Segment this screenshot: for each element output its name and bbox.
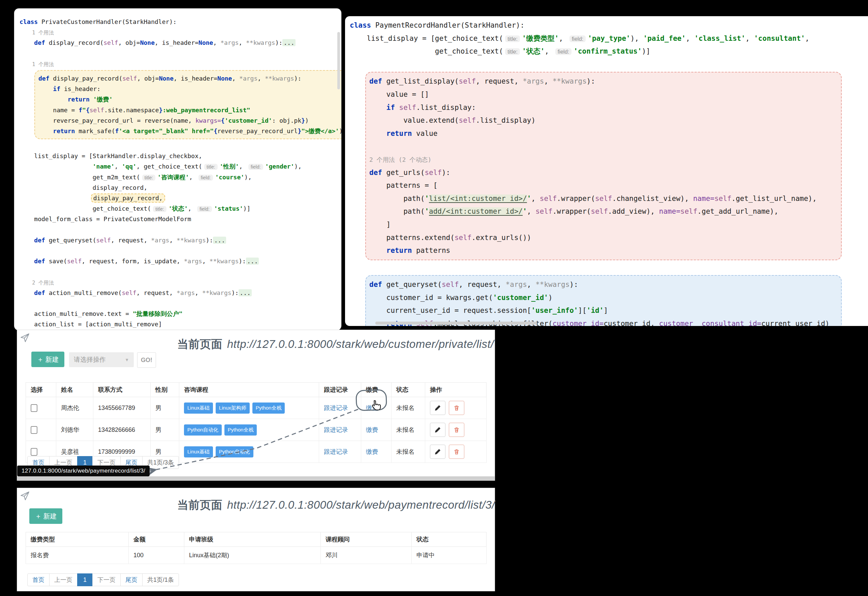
go-button[interactable]: GO! — [137, 352, 156, 368]
code-token: current_user_id) — [761, 319, 829, 326]
action-select-value: 请选择操作 — [74, 355, 106, 364]
code-token — [19, 237, 34, 244]
edit-button[interactable] — [430, 401, 446, 415]
row-checkbox[interactable] — [31, 448, 37, 456]
code-token: None — [217, 75, 232, 82]
page-button-active[interactable]: 1 — [77, 574, 93, 586]
code-line: list_display = [get_choice_text(title:'缴… — [350, 32, 868, 45]
scrollbar-thumb[interactable] — [337, 32, 340, 89]
code-token: model_form_class = PrivateCustomerModelF… — [19, 215, 191, 222]
code-token: { — [214, 127, 217, 135]
code-token: name= — [693, 195, 714, 203]
code-token: '性别' — [220, 163, 239, 170]
code-line: return mark_safe(f'<a target="_blank" hr… — [38, 126, 341, 136]
edit-button[interactable] — [430, 423, 446, 437]
page-button-muted[interactable]: 下一页 — [92, 574, 121, 586]
page-button-link[interactable]: 首页 — [27, 574, 50, 586]
page-button-link[interactable]: 尾页 — [120, 574, 143, 586]
course-tag: Python全栈 — [252, 402, 285, 414]
add-new-label: 新建 — [46, 355, 59, 364]
course-tag: Python自动化 — [184, 424, 222, 436]
code-line: 2 个用法 — [19, 277, 341, 288]
add-new-button[interactable]: ＋新建 — [31, 352, 64, 367]
code-token: " — [82, 106, 86, 114]
code-token: action_list = [action_multi_remove] — [19, 321, 162, 328]
code-line — [369, 140, 838, 153]
code-token: ... — [282, 39, 295, 46]
follow-record-link[interactable]: 跟进记录 — [324, 426, 348, 433]
code-token: PrivateCustomerHandler(StarkHandler): — [41, 18, 177, 25]
code-token: .add_view), — [608, 207, 659, 215]
code-line — [19, 140, 341, 151]
edit-button[interactable] — [430, 445, 446, 459]
status-url-tooltip: 127.0.0.1:8000/stark/web/paymentrecord/l… — [17, 466, 150, 476]
pay-link[interactable]: 缴费 — [366, 426, 378, 433]
page-title-prefix: 当前页面 — [177, 338, 222, 350]
code-token: ... — [213, 237, 226, 244]
add-new-button[interactable]: ＋新建 — [29, 508, 62, 524]
code-token: ] — [604, 306, 608, 315]
code-token: PaymentRecordHandler(StarkHandler): — [375, 21, 525, 29]
page-title-url: http://127.0.0.1:8000/stark/web/customer… — [227, 338, 494, 350]
column-header: 申请班级 — [184, 532, 321, 547]
status-cell: 未报名 — [391, 419, 425, 441]
follow-record-link[interactable]: 跟进记录 — [324, 405, 348, 411]
status-cell: 未报名 — [391, 397, 425, 419]
code-token: save( — [49, 257, 67, 265]
code-token: reverse_pay_record_url — [217, 127, 298, 135]
page-button-info: 共1页/1条 — [142, 574, 179, 586]
code-token: , — [202, 257, 210, 265]
code-token: path( — [369, 195, 425, 203]
plus-icon: ＋ — [35, 512, 42, 521]
column-header: 状态 — [391, 383, 425, 397]
pay-link[interactable]: 缴费 — [366, 405, 378, 411]
code-token: get_queryset( — [49, 237, 96, 244]
code-token: name= — [659, 207, 680, 215]
table-header-row: 缴费类型金额申请班级课程顾问状态 — [26, 532, 487, 547]
pay-cell: 缴费 — [361, 419, 391, 441]
code-token — [38, 96, 68, 103]
code-token: **kwargs — [536, 281, 570, 288]
code-token: '<a target="_blank" href=" — [119, 127, 214, 135]
follow-record-link[interactable]: 跟进记录 — [324, 448, 348, 455]
code-token: .get_add_url_name), — [698, 207, 778, 215]
courses-cell: Linux基础Linux架构师Python全栈 — [179, 397, 319, 419]
code-token: :web_paymentrecord_list" — [163, 106, 250, 114]
code-token: self — [536, 207, 553, 215]
code-token: get_list_display( — [387, 77, 459, 85]
code-token: , — [745, 34, 754, 43]
delete-button[interactable] — [449, 445, 464, 459]
code-token: 'confirm_status' — [574, 47, 642, 55]
course-tag: Linux架构师 — [216, 402, 250, 414]
row-checkbox[interactable] — [31, 426, 37, 434]
delete-button[interactable] — [449, 423, 464, 437]
page-button-muted[interactable]: 上一页 — [49, 574, 78, 586]
code-token: add/<int:customer_id>/ — [429, 207, 523, 215]
column-header: 缴费 — [361, 383, 391, 397]
code-token — [38, 127, 53, 135]
table-row: 报名费100Linux基础(2期)邓川申请中 — [26, 547, 487, 564]
code-line: return value — [369, 127, 838, 140]
pay-cell: 缴费 — [361, 441, 391, 463]
code-line: def display_pay_record(self, obj=None, i… — [38, 73, 341, 84]
follow-cell: 跟进记录 — [319, 397, 361, 419]
customer-name-cell: 刘德华 — [56, 419, 93, 441]
code-token: list_display = [get_choice_text( — [350, 34, 503, 43]
horizontal-scrollbar-thumb[interactable] — [375, 322, 537, 325]
code-line: class PrivateCustomerHandler(StarkHandle… — [19, 16, 341, 27]
pay-link[interactable]: 缴费 — [366, 448, 378, 455]
code-token: *args — [506, 281, 527, 288]
code-token: **kwargs — [246, 39, 275, 46]
action-select[interactable]: 请选择操作 ▼ — [69, 352, 134, 367]
paper-plane-icon — [20, 333, 30, 344]
code-token: , request, form, is_update, — [81, 257, 184, 265]
code-line — [19, 298, 341, 308]
row-checkbox[interactable] — [31, 404, 37, 412]
code-token: ][ — [578, 306, 587, 315]
highlight-box-yellow: def display_pay_record(self, obj=None, i… — [34, 70, 341, 139]
code-token: get_choice_text( — [19, 205, 151, 212]
delete-button[interactable] — [449, 401, 464, 415]
code-token: ): — [587, 77, 595, 85]
code-token: .list_display: — [416, 104, 476, 112]
code-line: def action_multi_remove(self, request, *… — [19, 288, 341, 298]
